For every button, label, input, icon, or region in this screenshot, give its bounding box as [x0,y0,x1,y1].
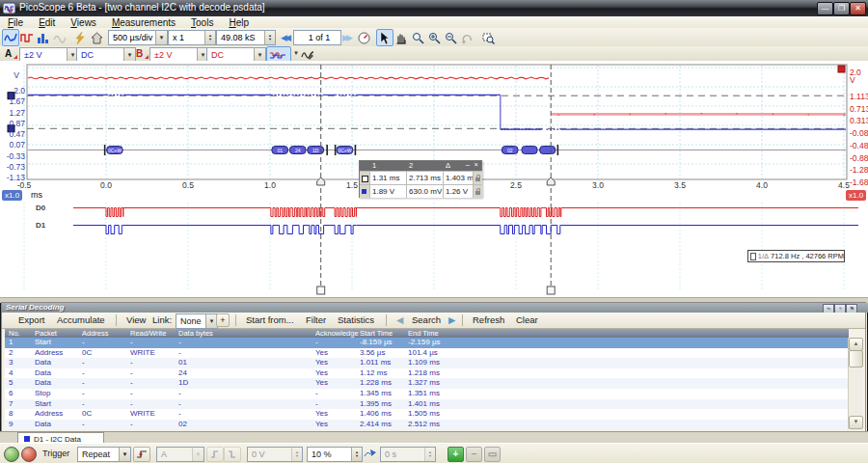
minimize-icon[interactable]: – [466,160,470,169]
digital-d1-label[interactable]: D1 [36,221,45,230]
lock-icon[interactable] [473,171,482,184]
packet-row-9[interactable]: 9Data--02Yes2.414 ms2.512 ms [5,420,849,429]
column-header-data-bytes[interactable]: Data bytes [178,329,314,338]
refresh-button[interactable]: Refresh [470,314,507,326]
falling-edge-button[interactable] [224,447,241,462]
zoom-in-button[interactable] [425,29,443,46]
time-ruler-2-axis-handle[interactable] [547,177,555,185]
packet-row-8[interactable]: 8Address0CWRITE-Yes1.406 ms1.505 ms [5,409,849,420]
statistics-button[interactable]: Statistics [335,314,377,326]
packet-row-3[interactable]: 3Data--01Yes1.011 ms1.109 ms [5,358,849,368]
column-header-acknowledge[interactable]: Acknowledge [315,329,359,338]
close-icon[interactable]: × [475,160,478,169]
undo-zoom-button[interactable] [458,29,475,46]
search-prev-icon[interactable]: ◀ [393,314,406,326]
maximize-button[interactable]: ❐ [833,2,850,15]
buffer-index-box[interactable]: 1 of 1 [293,30,341,45]
ruler-legend[interactable]: 1 2 Δ – × 1.31 ms 2.713 ms 1.403 ms 1.89… [359,160,482,198]
edit-measurement-button[interactable]: ▭ [484,447,501,462]
column-header-no-[interactable]: No. [9,329,34,338]
chevron-down-icon[interactable]: ▼ [155,31,167,44]
trigger-mode-dropdown[interactable]: Repeat▼ [77,447,131,462]
time-ruler-1-handle[interactable] [317,286,325,294]
channel-b-marker[interactable] [838,66,845,72]
search-next-icon[interactable]: ▶ [446,314,458,326]
setup-button[interactable] [71,29,89,46]
spinner-arrows-icon[interactable]: ▲▼ [204,31,215,44]
packet-row-7[interactable]: 7Start----1.395 ms1.401 ms [5,399,849,410]
decode-packet-pill[interactable] [540,147,556,154]
scroll-up-icon[interactable]: ▲ [849,338,863,351]
normal-selection-button[interactable] [376,29,393,46]
filter-button[interactable]: Filter [303,314,329,326]
spinner-arrows-icon[interactable]: ▲▼ [351,448,362,461]
persistence-view-button[interactable] [51,29,68,46]
rising-edge-button[interactable] [206,447,224,462]
marquee-zoom-button[interactable] [409,29,426,46]
channel-b-label[interactable]: B [136,48,143,59]
zoom-out-button[interactable] [442,29,459,46]
menu-file[interactable]: File [0,17,31,28]
column-header-start-time[interactable]: Start Time [360,329,407,338]
trigger-delay-spinner[interactable]: 0 s▲▼ [380,447,436,462]
menu-views[interactable]: Views [63,17,104,28]
hand-tool-button[interactable] [393,29,410,46]
spectrum-view-button[interactable] [35,29,52,46]
title-bar[interactable]: PicoScope 6 Beta - [two channel I2C with… [0,0,868,16]
packet-row-1[interactable]: 1Start-----8.159 µs-2.159 µs [5,338,849,348]
scrollbar-thumb[interactable] [849,350,863,368]
view-button[interactable]: View [123,314,149,326]
start-capture-button[interactable] [4,447,19,462]
export-button[interactable]: Export [15,314,47,326]
lock-icon[interactable] [473,184,482,198]
channel-a-label[interactable]: A [5,48,12,59]
column-header-read-write[interactable]: Read/Write [130,329,177,338]
packet-row-6[interactable]: 6Stop----1.345 ms1.351 ms [5,389,849,399]
checkbox-icon[interactable] [750,253,756,260]
decode-packet-pill[interactable] [522,147,537,154]
packet-row-4[interactable]: 4Data--24Yes1.12 ms1.218 ms [5,368,849,379]
menu-measurements[interactable]: Measurements [104,17,183,28]
previous-buffer-button[interactable]: ◀◀ [276,29,293,46]
menu-help[interactable]: Help [221,17,257,28]
frequency-readout[interactable]: 1/Δ 712.8 Hz , 42766 RPM [747,250,845,262]
advanced-trigger-button[interactable] [133,447,150,462]
samples-spinner[interactable]: 49.08 kS▲▼ [216,30,276,45]
timebase-dropdown[interactable]: 500 µs/div▼ [108,30,168,45]
ruler-legend-header[interactable]: 1 2 Δ – × [360,161,481,171]
clear-button[interactable]: Clear [513,314,541,326]
link-dropdown[interactable]: None▼ [176,313,218,329]
zoom-overview-button[interactable] [479,29,497,46]
chevron-down-icon[interactable]: ▼ [254,48,265,62]
add-link-button[interactable]: + [216,313,230,327]
time-ruler-2-handle[interactable] [547,286,555,294]
stop-capture-button[interactable] [21,447,37,462]
chevron-down-icon[interactable]: ▼ [123,48,135,62]
spinner-arrows-icon[interactable]: ▲▼ [264,31,275,44]
menu-tools[interactable]: Tools [183,17,221,28]
buffer-navigator-button[interactable] [355,29,372,46]
column-header-end-time[interactable]: End Time [408,329,475,338]
minimize-button[interactable]: — [817,2,833,15]
start-from-button[interactable]: Start from... [243,314,297,326]
packet-row-5[interactable]: 5Data--1DYes1.228 ms1.327 ms [5,378,849,389]
zoom-multiplier-spinner[interactable]: x 1▲▼ [168,30,216,45]
remove-measurement-button[interactable]: – [466,447,482,462]
trigger-source-dropdown[interactable]: A▼ [156,447,204,462]
serial-decoding-titlebar[interactable]: Serial Decoding – ▫ × [2,303,868,313]
chevron-down-icon[interactable]: ▼ [119,448,130,461]
decode-table-scrollbar[interactable]: ▲ ▼ [848,338,862,429]
packet-row-2[interactable]: 2Address0CWRITE-Yes3.56 µs101.4 µs [5,348,849,359]
scroll-down-icon[interactable]: ▼ [849,416,863,429]
menu-edit[interactable]: Edit [31,17,63,28]
scope-view-button[interactable] [2,29,19,46]
search-button[interactable]: Search [409,314,444,326]
accumulate-button[interactable]: Accumulate [54,314,108,326]
pretrigger-spinner[interactable]: 10 %▲▼ [307,447,363,462]
time-ruler-1-axis-handle[interactable] [317,177,325,185]
square-wave-view-button[interactable] [18,29,36,46]
column-header-packet[interactable]: Packet [35,329,81,338]
add-measurement-button[interactable]: + [448,447,464,462]
close-button[interactable]: ✕ [850,2,866,15]
digital-d0-label[interactable]: D0 [36,204,45,212]
